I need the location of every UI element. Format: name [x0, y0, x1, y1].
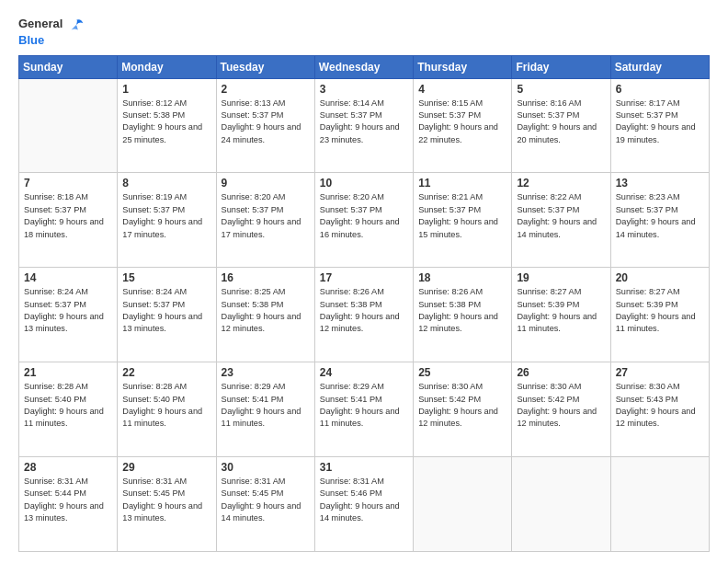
weekday-header-saturday: Saturday [610, 55, 709, 78]
day-cell: 11Sunrise: 8:21 AMSunset: 5:37 PMDayligh… [414, 173, 512, 268]
day-info: Sunrise: 8:30 AMSunset: 5:42 PMDaylight:… [517, 381, 605, 430]
day-cell: 4Sunrise: 8:15 AMSunset: 5:37 PMDaylight… [414, 78, 512, 173]
day-number: 28 [24, 461, 112, 474]
logo-blue: Blue [18, 33, 44, 47]
day-info: Sunrise: 8:27 AMSunset: 5:39 PMDaylight:… [616, 286, 704, 335]
day-cell: 26Sunrise: 8:30 AMSunset: 5:42 PMDayligh… [512, 362, 610, 457]
day-info: Sunrise: 8:24 AMSunset: 5:37 PMDaylight:… [24, 286, 112, 335]
day-number: 30 [222, 461, 310, 474]
day-cell: 1Sunrise: 8:12 AMSunset: 5:38 PMDaylight… [118, 78, 216, 173]
day-info: Sunrise: 8:15 AMSunset: 5:37 PMDaylight:… [418, 98, 506, 146]
header: General Blue [18, 17, 710, 48]
day-cell: 10Sunrise: 8:20 AMSunset: 5:37 PMDayligh… [314, 173, 413, 268]
day-info: Sunrise: 8:17 AMSunset: 5:37 PMDaylight:… [616, 98, 704, 146]
day-number: 29 [122, 461, 210, 474]
day-info: Sunrise: 8:31 AMSunset: 5:45 PMDaylight:… [222, 476, 310, 524]
day-cell: 12Sunrise: 8:22 AMSunset: 5:37 PMDayligh… [512, 173, 610, 268]
logo-text-block: General Blue [18, 17, 85, 48]
calendar-table: SundayMondayTuesdayWednesdayThursdayFrid… [18, 55, 710, 552]
day-cell: 2Sunrise: 8:13 AMSunset: 5:37 PMDaylight… [216, 78, 314, 173]
day-cell: 16Sunrise: 8:25 AMSunset: 5:38 PMDayligh… [216, 268, 314, 362]
day-cell: 13Sunrise: 8:23 AMSunset: 5:37 PMDayligh… [610, 173, 709, 268]
day-cell [610, 457, 709, 552]
day-cell: 6Sunrise: 8:17 AMSunset: 5:37 PMDaylight… [610, 78, 709, 173]
logo-bird-icon [68, 17, 85, 33]
day-number: 17 [320, 271, 408, 284]
day-info: Sunrise: 8:25 AMSunset: 5:38 PMDaylight:… [222, 286, 310, 335]
day-cell: 7Sunrise: 8:18 AMSunset: 5:37 PMDaylight… [19, 173, 118, 268]
day-number: 8 [122, 177, 210, 190]
day-info: Sunrise: 8:13 AMSunset: 5:37 PMDaylight:… [222, 98, 310, 146]
day-cell: 21Sunrise: 8:28 AMSunset: 5:40 PMDayligh… [19, 362, 118, 457]
day-number: 20 [616, 271, 704, 284]
day-info: Sunrise: 8:23 AMSunset: 5:37 PMDaylight:… [616, 191, 704, 240]
weekday-header-monday: Monday [118, 55, 216, 78]
day-number: 22 [122, 366, 210, 379]
day-info: Sunrise: 8:14 AMSunset: 5:37 PMDaylight:… [320, 98, 408, 146]
day-number: 12 [517, 177, 605, 190]
day-info: Sunrise: 8:28 AMSunset: 5:40 PMDaylight:… [24, 381, 112, 430]
day-cell: 19Sunrise: 8:27 AMSunset: 5:39 PMDayligh… [512, 268, 610, 362]
day-number: 31 [320, 461, 408, 474]
day-cell: 22Sunrise: 8:28 AMSunset: 5:40 PMDayligh… [118, 362, 216, 457]
day-info: Sunrise: 8:31 AMSunset: 5:44 PMDaylight:… [24, 476, 112, 524]
day-number: 27 [616, 366, 704, 379]
day-number: 24 [320, 366, 408, 379]
day-info: Sunrise: 8:28 AMSunset: 5:40 PMDaylight:… [122, 381, 210, 430]
weekday-header-sunday: Sunday [19, 55, 118, 78]
day-cell: 23Sunrise: 8:29 AMSunset: 5:41 PMDayligh… [216, 362, 314, 457]
weekday-header-tuesday: Tuesday [216, 55, 314, 78]
day-info: Sunrise: 8:22 AMSunset: 5:37 PMDaylight:… [517, 191, 605, 240]
day-number: 19 [517, 271, 605, 284]
day-number: 16 [222, 271, 310, 284]
day-cell: 20Sunrise: 8:27 AMSunset: 5:39 PMDayligh… [610, 268, 709, 362]
day-number: 18 [418, 271, 506, 284]
weekday-header-friday: Friday [512, 55, 610, 78]
day-info: Sunrise: 8:16 AMSunset: 5:37 PMDaylight:… [517, 98, 605, 146]
day-cell: 3Sunrise: 8:14 AMSunset: 5:37 PMDaylight… [314, 78, 413, 173]
day-cell: 9Sunrise: 8:20 AMSunset: 5:37 PMDaylight… [216, 173, 314, 268]
day-number: 1 [122, 83, 210, 96]
weekday-header-wednesday: Wednesday [314, 55, 413, 78]
day-info: Sunrise: 8:26 AMSunset: 5:38 PMDaylight:… [320, 286, 408, 335]
day-number: 4 [418, 83, 506, 96]
day-cell: 24Sunrise: 8:29 AMSunset: 5:41 PMDayligh… [314, 362, 413, 457]
day-cell: 31Sunrise: 8:31 AMSunset: 5:46 PMDayligh… [314, 457, 413, 552]
day-info: Sunrise: 8:18 AMSunset: 5:37 PMDaylight:… [24, 191, 112, 240]
weekday-header-thursday: Thursday [414, 55, 512, 78]
day-number: 25 [418, 366, 506, 379]
day-number: 11 [418, 177, 506, 190]
day-number: 6 [616, 83, 704, 96]
day-cell: 14Sunrise: 8:24 AMSunset: 5:37 PMDayligh… [19, 268, 118, 362]
day-cell: 28Sunrise: 8:31 AMSunset: 5:44 PMDayligh… [19, 457, 118, 552]
day-info: Sunrise: 8:31 AMSunset: 5:46 PMDaylight:… [320, 476, 408, 524]
day-cell: 30Sunrise: 8:31 AMSunset: 5:45 PMDayligh… [216, 457, 314, 552]
day-number: 2 [222, 83, 310, 96]
day-number: 15 [122, 271, 210, 284]
day-info: Sunrise: 8:20 AMSunset: 5:37 PMDaylight:… [320, 191, 408, 240]
day-cell [19, 78, 118, 173]
day-number: 5 [517, 83, 605, 96]
day-info: Sunrise: 8:30 AMSunset: 5:42 PMDaylight:… [418, 381, 506, 430]
day-info: Sunrise: 8:26 AMSunset: 5:38 PMDaylight:… [418, 286, 506, 335]
day-cell: 18Sunrise: 8:26 AMSunset: 5:38 PMDayligh… [414, 268, 512, 362]
day-info: Sunrise: 8:20 AMSunset: 5:37 PMDaylight:… [222, 191, 310, 240]
day-number: 14 [24, 271, 112, 284]
day-cell: 25Sunrise: 8:30 AMSunset: 5:42 PMDayligh… [414, 362, 512, 457]
day-info: Sunrise: 8:29 AMSunset: 5:41 PMDaylight:… [320, 381, 408, 430]
week-row-2: 14Sunrise: 8:24 AMSunset: 5:37 PMDayligh… [19, 268, 710, 362]
day-number: 23 [222, 366, 310, 379]
day-cell: 29Sunrise: 8:31 AMSunset: 5:45 PMDayligh… [118, 457, 216, 552]
week-row-3: 21Sunrise: 8:28 AMSunset: 5:40 PMDayligh… [19, 362, 710, 457]
day-cell [512, 457, 610, 552]
weekday-header-row: SundayMondayTuesdayWednesdayThursdayFrid… [19, 55, 710, 78]
day-info: Sunrise: 8:21 AMSunset: 5:37 PMDaylight:… [418, 191, 506, 240]
day-cell: 27Sunrise: 8:30 AMSunset: 5:43 PMDayligh… [610, 362, 709, 457]
day-number: 26 [517, 366, 605, 379]
day-info: Sunrise: 8:29 AMSunset: 5:41 PMDaylight:… [222, 381, 310, 430]
day-number: 9 [222, 177, 310, 190]
day-info: Sunrise: 8:27 AMSunset: 5:39 PMDaylight:… [517, 286, 605, 335]
day-info: Sunrise: 8:31 AMSunset: 5:45 PMDaylight:… [122, 476, 210, 524]
day-info: Sunrise: 8:19 AMSunset: 5:37 PMDaylight:… [122, 191, 210, 240]
day-number: 7 [24, 177, 112, 190]
